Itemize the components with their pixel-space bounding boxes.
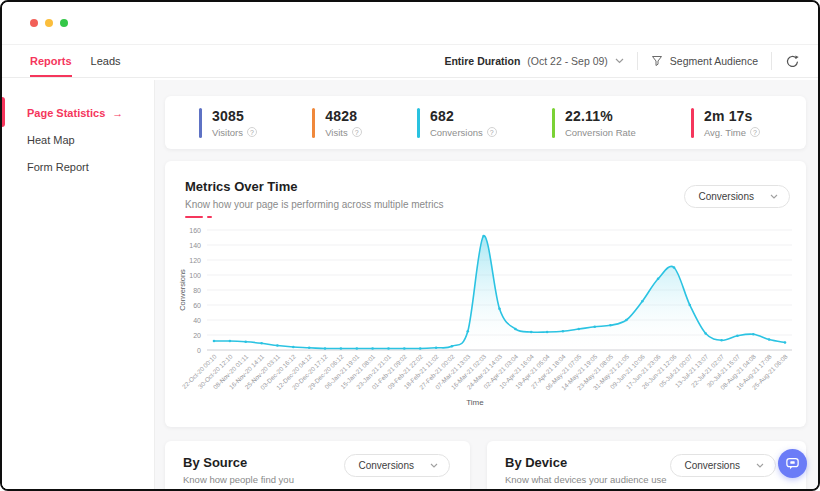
svg-text:80: 80: [193, 287, 201, 294]
help-icon[interactable]: ?: [487, 127, 497, 137]
stat-color-bar: [199, 108, 202, 138]
stat-value: 22.11%: [565, 108, 636, 124]
tabs-group: ReportsLeads: [30, 45, 121, 77]
svg-text:40: 40: [193, 317, 201, 324]
bottom-panels-row: By Source Know how people find you Conve…: [165, 441, 806, 489]
by-source-panel: By Source Know how people find you Conve…: [165, 441, 470, 489]
by-device-metric-dropdown[interactable]: Conversions: [670, 454, 776, 477]
metrics-over-time-panel: Metrics Over Time Know how your page is …: [165, 161, 806, 427]
stat-value: 3085: [212, 108, 257, 124]
by-source-dropdown-value: Conversions: [358, 460, 414, 471]
svg-text:140: 140: [189, 242, 201, 249]
y-axis-title: Conversions: [178, 269, 187, 311]
toolbar-divider: [637, 52, 638, 70]
stat-label: Conversions?: [430, 127, 497, 138]
stat-color-bar: [552, 108, 555, 138]
tab-bar: ReportsLeads Entire Duration (Oct 22 - S…: [2, 45, 818, 78]
metrics-dropdown-value: Conversions: [698, 191, 754, 202]
app-window: ReportsLeads Entire Duration (Oct 22 - S…: [0, 0, 820, 491]
duration-range: (Oct 22 - Sep 09): [527, 55, 608, 67]
sidebar-item-label: Form Report: [27, 161, 89, 173]
sidebar: Page Statistics→Heat MapForm Report: [2, 80, 155, 489]
help-icon[interactable]: ?: [352, 127, 362, 137]
sidebar-item-page-statistics[interactable]: Page Statistics→: [2, 99, 154, 126]
refresh-button[interactable]: [785, 54, 800, 69]
chevron-down-icon: [756, 463, 764, 468]
by-device-dropdown-value: Conversions: [684, 460, 740, 471]
stat-conversions: 682Conversions?: [417, 108, 497, 138]
stat-visits: 4828Visits?: [312, 108, 362, 138]
metrics-metric-dropdown[interactable]: Conversions: [684, 185, 790, 208]
window-titlebar: [2, 2, 818, 45]
stat-avg-time: 2m 17sAvg. Time?: [691, 108, 760, 138]
chevron-down-icon: [770, 194, 778, 199]
duration-label: Entire Duration: [444, 55, 520, 67]
sidebar-item-heat-map[interactable]: Heat Map: [2, 126, 154, 153]
window-zoom-button[interactable]: [60, 19, 68, 27]
svg-text:100: 100: [189, 272, 201, 279]
toolbar-divider: [771, 52, 772, 70]
stat-value: 2m 17s: [704, 108, 760, 124]
help-icon[interactable]: ?: [247, 127, 257, 137]
refresh-icon: [785, 54, 800, 69]
svg-text:160: 160: [189, 227, 201, 234]
metrics-chart: 020406080100120140160Conversions22-Oct-2…: [165, 219, 808, 424]
toolbar: Entire Duration (Oct 22 - Sep 09) Segmen…: [444, 45, 800, 77]
stat-color-bar: [417, 108, 420, 138]
chevron-down-icon: [615, 58, 624, 64]
stats-summary-card: 3085Visitors?4828Visits?682Conversions?2…: [165, 96, 806, 149]
chat-fab-button[interactable]: [778, 449, 807, 478]
stat-label: Visits?: [325, 127, 362, 138]
stat-color-bar: [312, 108, 315, 138]
sidebar-item-label: Heat Map: [27, 134, 75, 146]
window-minimize-button[interactable]: [45, 19, 53, 27]
sidebar-item-form-report[interactable]: Form Report: [2, 153, 154, 180]
area-fill: [214, 236, 785, 350]
stat-label: Conversion Rate: [565, 127, 636, 138]
duration-selector[interactable]: Entire Duration (Oct 22 - Sep 09): [444, 55, 623, 67]
stat-label: Avg. Time?: [704, 127, 760, 138]
help-icon[interactable]: ?: [750, 127, 760, 137]
chevron-down-icon: [430, 463, 438, 468]
stat-conversion-rate: 22.11%Conversion Rate: [552, 108, 636, 138]
main-column: 3085Visitors?4828Visits?682Conversions?2…: [155, 80, 818, 489]
tab-reports[interactable]: Reports: [30, 45, 72, 77]
filter-funnel-icon: [651, 55, 663, 67]
sidebar-item-label: Page Statistics: [27, 107, 105, 119]
segment-audience-label: Segment Audience: [670, 55, 758, 67]
x-axis-title: Time: [466, 398, 484, 407]
svg-text:0: 0: [197, 347, 201, 354]
arrow-right-icon: →: [112, 107, 123, 119]
svg-text:20: 20: [193, 332, 201, 339]
stat-label: Visitors?: [212, 127, 257, 138]
x-axis-labels: 22-Oct-20 00:1030-Oct-20 12:1008-Nov-20 …: [181, 352, 790, 392]
title-underline-decoration: [185, 216, 786, 218]
chat-bubble-icon: [785, 456, 800, 471]
content-area: Page Statistics→Heat MapForm Report 3085…: [2, 80, 818, 489]
svg-text:120: 120: [189, 257, 201, 264]
by-device-panel: By Device Know what devices your audienc…: [487, 441, 806, 489]
y-axis-labels: 020406080100120140160: [189, 227, 201, 354]
svg-text:60: 60: [193, 302, 201, 309]
stat-value: 682: [430, 108, 497, 124]
segment-audience-button[interactable]: Segment Audience: [651, 55, 758, 67]
window-close-button[interactable]: [30, 19, 38, 27]
stat-visitors: 3085Visitors?: [199, 108, 257, 138]
by-source-metric-dropdown[interactable]: Conversions: [344, 454, 450, 477]
stat-color-bar: [691, 108, 694, 138]
tab-leads[interactable]: Leads: [91, 45, 121, 77]
stat-value: 4828: [325, 108, 362, 124]
